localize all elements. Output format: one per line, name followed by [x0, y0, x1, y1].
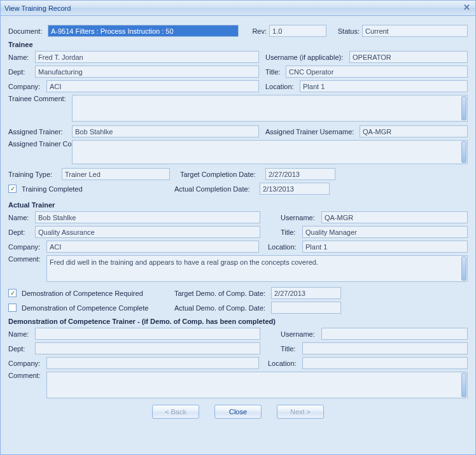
training-type-label: Training Type: [8, 171, 59, 178]
actual-title-field[interactable]: Quality Manager [302, 226, 468, 238]
trainee-username-field[interactable]: OPERATOR [349, 51, 468, 63]
trainee-company-field[interactable]: ACI [46, 80, 259, 92]
scrollbar-thumb[interactable] [461, 141, 466, 163]
actual-comment-field[interactable]: Fred did well in the training and appear… [46, 255, 468, 282]
demo-dept-field[interactable] [35, 342, 260, 354]
training-completed-checkbox[interactable]: ✓ [8, 185, 17, 193]
demo-actual-label: Actual Demo. of Comp. Date: [174, 304, 269, 312]
actual-location-label: Location: [268, 243, 300, 251]
trainee-username-label: Username (if applicable): [265, 53, 347, 61]
assigned-comment-label: Assigned Trainer Comment: [8, 140, 69, 148]
close-button[interactable]: Close [214, 405, 262, 419]
assigned-trainer-user-label: Assigned Trainer Username: [265, 128, 357, 136]
demo-title-label: Title: [281, 345, 300, 353]
demo-comment-field[interactable] [46, 372, 468, 398]
trainee-dept-label: Dept: [8, 68, 32, 76]
demo-username-label: Username: [281, 330, 319, 338]
demo-company-label: Company: [8, 360, 44, 367]
demo-location-label: Location: [268, 360, 300, 367]
trainee-title-field[interactable]: CNC Operator [286, 66, 468, 78]
demo-name-label: Name: [8, 330, 32, 338]
actual-username-field[interactable]: QA-MGR [321, 211, 468, 223]
trainee-location-label: Location: [265, 83, 297, 90]
assigned-trainer-user-field[interactable]: QA-MGR [360, 125, 468, 137]
actual-company-label: Company: [8, 243, 44, 251]
trainee-company-label: Company: [8, 83, 44, 90]
document-label: Document: [8, 27, 45, 35]
back-button[interactable]: < Back [152, 405, 199, 419]
demo-username-field[interactable] [321, 328, 468, 340]
section-actual-trainer: Actual Trainer [8, 201, 468, 209]
actual-completion-field[interactable]: 2/13/2013 [260, 183, 330, 195]
next-button[interactable]: Next > [277, 405, 324, 419]
trainee-location-field[interactable]: Plant 1 [300, 80, 468, 92]
training-type-field[interactable]: Trainer Led [62, 168, 170, 180]
assigned-comment-field[interactable] [72, 140, 468, 164]
demo-target-label: Target Demo. of Comp. Date: [174, 290, 269, 297]
demo-complete-checkbox[interactable] [8, 304, 17, 312]
demo-complete-label: Demonstration of Competence Complete [22, 304, 172, 312]
demo-required-label: Demostration of Competence Required [22, 290, 172, 297]
demo-target-field[interactable]: 2/27/2013 [271, 287, 341, 299]
actual-completion-label: Actual Completion Date: [174, 185, 257, 193]
demo-required-checkbox[interactable]: ✓ [8, 289, 17, 297]
training-completed-label: Training Completed [22, 185, 172, 193]
assigned-trainer-label: Assigned Trainer: [8, 128, 69, 136]
titlebar: View Training Record ✕ [1, 1, 475, 16]
dialog-window: View Training Record ✕ Document: A-9514 … [0, 0, 476, 455]
target-completion-label: Target Completion Date: [180, 171, 263, 178]
demo-company-field[interactable] [46, 357, 259, 369]
trainee-title-label: Title: [265, 68, 283, 76]
close-icon[interactable]: ✕ [461, 3, 472, 13]
rev-label: Rev: [246, 27, 267, 35]
target-completion-field[interactable]: 2/27/2013 [265, 168, 335, 180]
actual-username-label: Username: [281, 214, 319, 221]
demo-actual-field[interactable] [271, 302, 341, 314]
button-bar: < Back Close Next > [8, 405, 468, 419]
scrollbar-thumb[interactable] [461, 96, 466, 120]
window-title: View Training Record [4, 4, 461, 12]
trainee-comment-label: Trainee Comment: [8, 95, 69, 102]
document-field[interactable]: A-9514 Filters : Process Instruction : 5… [48, 25, 239, 37]
trainee-comment-field[interactable] [72, 95, 468, 122]
scrollbar-thumb[interactable] [461, 373, 466, 397]
actual-dept-label: Dept: [8, 228, 32, 236]
actual-name-field[interactable]: Bob Stahlke [35, 211, 260, 223]
rev-field[interactable]: 1.0 [269, 25, 326, 37]
scrollbar-thumb[interactable] [461, 256, 466, 281]
assigned-trainer-field[interactable]: Bob Stahlke [72, 125, 259, 137]
trainee-name-field[interactable]: Fred T. Jordan [35, 51, 259, 63]
actual-name-label: Name: [8, 214, 32, 221]
row-document: Document: A-9514 Filters : Process Instr… [8, 25, 468, 37]
dialog-body: Document: A-9514 Filters : Process Instr… [1, 16, 475, 424]
trainee-dept-field[interactable]: Manufacturing [35, 66, 259, 78]
actual-comment-label: Comment: [8, 255, 44, 263]
demo-name-field[interactable] [35, 328, 260, 340]
demo-title-field[interactable] [302, 342, 468, 354]
trainee-name-label: Name: [8, 53, 32, 61]
demo-dept-label: Dept: [8, 345, 32, 353]
actual-company-field[interactable]: ACI [46, 241, 259, 253]
demo-location-field[interactable] [302, 357, 468, 369]
status-field[interactable]: Current [362, 25, 468, 37]
actual-location-field[interactable]: Plant 1 [302, 241, 468, 253]
demo-comment-label: Comment: [8, 372, 44, 379]
status-label: Status: [333, 27, 360, 35]
actual-dept-field[interactable]: Quality Assurance [35, 226, 260, 238]
section-trainee: Trainee [8, 41, 468, 48]
actual-title-label: Title: [281, 228, 300, 236]
section-demo-trainer: Demonstration of Competence Trainer - (i… [8, 318, 468, 325]
